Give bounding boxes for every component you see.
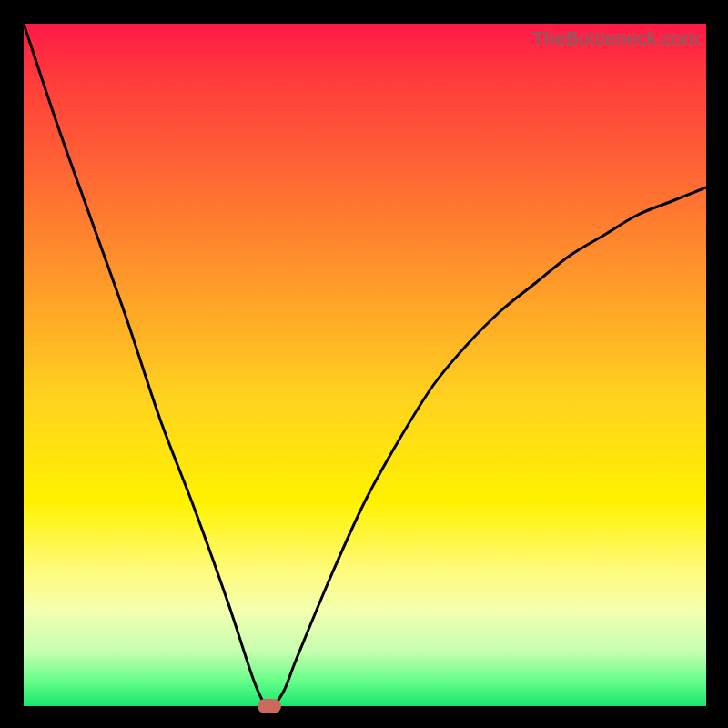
minimum-marker bbox=[258, 699, 281, 713]
plot-area: TheBottleneck.com bbox=[24, 24, 706, 706]
bottleneck-curve bbox=[24, 24, 706, 706]
chart-frame: TheBottleneck.com bbox=[0, 0, 728, 728]
curve-path bbox=[24, 24, 706, 706]
